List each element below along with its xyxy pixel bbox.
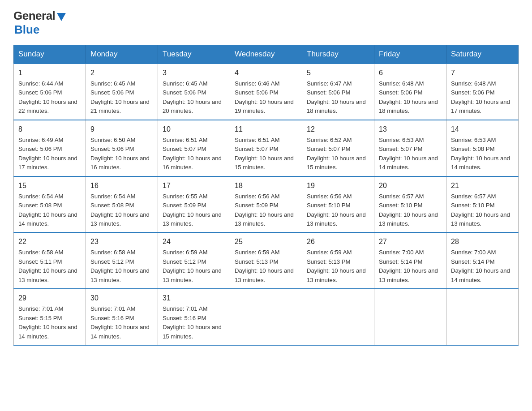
day-number: 8: [18, 124, 81, 135]
table-row: 13 Sunrise: 6:53 AMSunset: 5:07 PMDaylig…: [374, 120, 446, 176]
table-row: 10 Sunrise: 6:51 AMSunset: 5:07 PMDaylig…: [158, 120, 230, 176]
day-info: Sunrise: 6:54 AMSunset: 5:08 PMDaylight:…: [90, 193, 150, 227]
day-number: 6: [379, 68, 442, 78]
day-info: Sunrise: 6:53 AMSunset: 5:07 PMDaylight:…: [379, 137, 438, 171]
day-info: Sunrise: 6:56 AMSunset: 5:10 PMDaylight:…: [307, 193, 366, 227]
day-info: Sunrise: 6:56 AMSunset: 5:09 PMDaylight:…: [235, 193, 294, 227]
header-wednesday: Wednesday: [230, 45, 302, 64]
table-row: 30 Sunrise: 7:01 AMSunset: 5:16 PMDaylig…: [86, 289, 158, 345]
table-row: [446, 289, 519, 345]
table-row: 29 Sunrise: 7:01 AMSunset: 5:15 PMDaylig…: [14, 289, 86, 345]
day-info: Sunrise: 6:54 AMSunset: 5:08 PMDaylight:…: [18, 193, 77, 227]
day-number: 15: [18, 180, 81, 191]
table-row: 17 Sunrise: 6:55 AMSunset: 5:09 PMDaylig…: [158, 176, 230, 233]
table-row: [374, 289, 446, 345]
day-info: Sunrise: 6:51 AMSunset: 5:07 PMDaylight:…: [163, 137, 222, 171]
calendar-week-row: 22 Sunrise: 6:58 AMSunset: 5:11 PMDaylig…: [14, 232, 519, 289]
table-row: 11 Sunrise: 6:51 AMSunset: 5:07 PMDaylig…: [230, 120, 302, 176]
table-row: 31 Sunrise: 7:01 AMSunset: 5:16 PMDaylig…: [158, 289, 230, 345]
table-row: [230, 289, 302, 345]
day-info: Sunrise: 6:57 AMSunset: 5:10 PMDaylight:…: [451, 193, 510, 227]
day-info: Sunrise: 6:46 AMSunset: 5:06 PMDaylight:…: [235, 80, 294, 114]
header-saturday: Saturday: [446, 45, 519, 64]
table-row: 26 Sunrise: 6:59 AMSunset: 5:13 PMDaylig…: [302, 232, 374, 289]
table-row: 28 Sunrise: 7:00 AMSunset: 5:14 PMDaylig…: [446, 232, 519, 289]
day-number: 2: [90, 68, 153, 78]
day-info: Sunrise: 6:45 AMSunset: 5:06 PMDaylight:…: [90, 80, 150, 114]
table-row: 8 Sunrise: 6:49 AMSunset: 5:06 PMDayligh…: [14, 120, 86, 176]
calendar-week-row: 15 Sunrise: 6:54 AMSunset: 5:08 PMDaylig…: [14, 176, 519, 233]
day-info: Sunrise: 6:47 AMSunset: 5:06 PMDaylight:…: [307, 80, 366, 114]
header-friday: Friday: [374, 45, 446, 64]
table-row: 24 Sunrise: 6:59 AMSunset: 5:12 PMDaylig…: [158, 232, 230, 289]
table-row: 21 Sunrise: 6:57 AMSunset: 5:10 PMDaylig…: [446, 176, 519, 233]
day-number: 26: [307, 236, 369, 247]
table-row: 4 Sunrise: 6:46 AMSunset: 5:06 PMDayligh…: [230, 64, 302, 120]
logo-blue-text: Blue: [14, 23, 39, 37]
calendar-header-row: Sunday Monday Tuesday Wednesday Thursday…: [14, 45, 519, 64]
day-info: Sunrise: 6:52 AMSunset: 5:07 PMDaylight:…: [307, 137, 366, 171]
day-info: Sunrise: 6:49 AMSunset: 5:06 PMDaylight:…: [18, 137, 77, 171]
header-tuesday: Tuesday: [158, 45, 230, 64]
day-number: 13: [379, 124, 442, 135]
calendar-table: Sunday Monday Tuesday Wednesday Thursday…: [13, 45, 519, 346]
day-number: 17: [163, 180, 225, 191]
table-row: 18 Sunrise: 6:56 AMSunset: 5:09 PMDaylig…: [230, 176, 302, 233]
day-number: 3: [163, 68, 225, 78]
table-row: 1 Sunrise: 6:44 AMSunset: 5:06 PMDayligh…: [14, 64, 86, 120]
day-info: Sunrise: 6:59 AMSunset: 5:12 PMDaylight:…: [163, 249, 222, 283]
table-row: 16 Sunrise: 6:54 AMSunset: 5:08 PMDaylig…: [86, 176, 158, 233]
day-number: 1: [18, 68, 81, 78]
day-info: Sunrise: 6:48 AMSunset: 5:06 PMDaylight:…: [451, 80, 510, 114]
day-info: Sunrise: 6:48 AMSunset: 5:06 PMDaylight:…: [379, 80, 438, 114]
day-number: 4: [235, 68, 297, 78]
calendar-week-row: 8 Sunrise: 6:49 AMSunset: 5:06 PMDayligh…: [14, 120, 519, 176]
logo-general-text: General: [13, 9, 55, 23]
calendar-week-row: 29 Sunrise: 7:01 AMSunset: 5:15 PMDaylig…: [14, 289, 519, 345]
table-row: 15 Sunrise: 6:54 AMSunset: 5:08 PMDaylig…: [14, 176, 86, 233]
table-row: 7 Sunrise: 6:48 AMSunset: 5:06 PMDayligh…: [446, 64, 519, 120]
table-row: 23 Sunrise: 6:58 AMSunset: 5:12 PMDaylig…: [86, 232, 158, 289]
day-number: 24: [163, 236, 225, 247]
table-row: 12 Sunrise: 6:52 AMSunset: 5:07 PMDaylig…: [302, 120, 374, 176]
day-number: 20: [379, 180, 442, 191]
day-number: 23: [90, 236, 153, 247]
day-info: Sunrise: 6:59 AMSunset: 5:13 PMDaylight:…: [307, 249, 366, 283]
day-number: 19: [307, 180, 369, 191]
day-number: 14: [451, 124, 514, 135]
day-number: 9: [90, 124, 153, 135]
day-number: 7: [451, 68, 514, 78]
day-info: Sunrise: 7:01 AMSunset: 5:16 PMDaylight:…: [163, 305, 222, 339]
day-info: Sunrise: 6:58 AMSunset: 5:12 PMDaylight:…: [90, 249, 150, 283]
calendar-week-row: 1 Sunrise: 6:44 AMSunset: 5:06 PMDayligh…: [14, 64, 519, 120]
table-row: 3 Sunrise: 6:45 AMSunset: 5:06 PMDayligh…: [158, 64, 230, 120]
table-row: 22 Sunrise: 6:58 AMSunset: 5:11 PMDaylig…: [14, 232, 86, 289]
day-number: 11: [235, 124, 297, 135]
day-number: 27: [379, 236, 442, 247]
day-info: Sunrise: 6:50 AMSunset: 5:06 PMDaylight:…: [90, 137, 150, 171]
day-number: 18: [235, 180, 297, 191]
day-number: 5: [307, 68, 369, 78]
header-monday: Monday: [86, 45, 158, 64]
day-info: Sunrise: 7:01 AMSunset: 5:15 PMDaylight:…: [18, 305, 77, 339]
table-row: [302, 289, 374, 345]
day-number: 29: [18, 293, 81, 304]
table-row: 20 Sunrise: 6:57 AMSunset: 5:10 PMDaylig…: [374, 176, 446, 233]
logo-arrow-icon: [57, 13, 66, 21]
day-info: Sunrise: 6:51 AMSunset: 5:07 PMDaylight:…: [235, 137, 294, 171]
table-row: 19 Sunrise: 6:56 AMSunset: 5:10 PMDaylig…: [302, 176, 374, 233]
day-number: 30: [90, 293, 153, 304]
table-row: 2 Sunrise: 6:45 AMSunset: 5:06 PMDayligh…: [86, 64, 158, 120]
day-number: 10: [163, 124, 225, 135]
table-row: 27 Sunrise: 7:00 AMSunset: 5:14 PMDaylig…: [374, 232, 446, 289]
header-thursday: Thursday: [302, 45, 374, 64]
day-number: 25: [235, 236, 297, 247]
day-info: Sunrise: 6:59 AMSunset: 5:13 PMDaylight:…: [235, 249, 294, 283]
table-row: 25 Sunrise: 6:59 AMSunset: 5:13 PMDaylig…: [230, 232, 302, 289]
day-info: Sunrise: 7:01 AMSunset: 5:16 PMDaylight:…: [90, 305, 150, 339]
table-row: 6 Sunrise: 6:48 AMSunset: 5:06 PMDayligh…: [374, 64, 446, 120]
table-row: 5 Sunrise: 6:47 AMSunset: 5:06 PMDayligh…: [302, 64, 374, 120]
day-number: 12: [307, 124, 369, 135]
day-info: Sunrise: 6:44 AMSunset: 5:06 PMDaylight:…: [18, 80, 77, 114]
header-sunday: Sunday: [14, 45, 86, 64]
